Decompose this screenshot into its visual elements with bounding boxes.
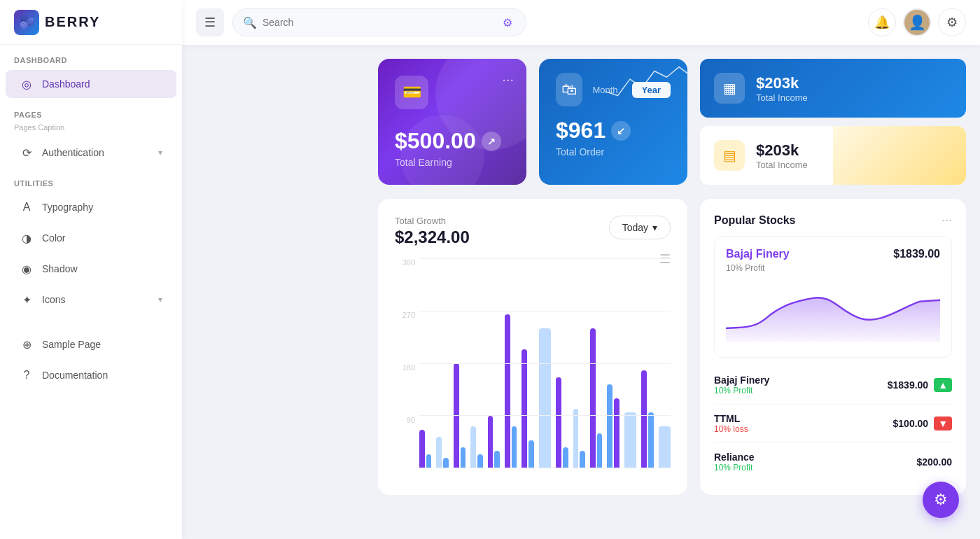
sidebar-item-documentation[interactable]: ? Documentation [6, 361, 176, 389]
sidebar-item-typography[interactable]: A Typography [6, 193, 176, 221]
y-label-90: 90 [407, 416, 415, 424]
section-pages-label: Pages [0, 99, 182, 123]
bar-group-1 [419, 430, 431, 468]
bar-blue-10 [580, 451, 585, 468]
fab-icon: ⚙ [934, 491, 948, 509]
y-label-180: 180 [402, 363, 415, 372]
feature-price: $1839.00 [893, 248, 940, 260]
filter-icon: ⚙ [503, 16, 512, 29]
order-trend-icon: ↙ [611, 121, 631, 141]
bar-group-2 [436, 437, 448, 468]
bar-purple-9 [556, 377, 561, 468]
bar-purple-6 [505, 314, 510, 468]
bar-blue-14 [648, 412, 654, 468]
reliance-name: Reliance [714, 451, 755, 463]
sidebar-item-dashboard[interactable]: ◎ Dashboard [6, 70, 176, 98]
logo-text: BERRY [45, 14, 100, 30]
stock-item-bajaj: Bajaj Finery 10% Profit $1839.00 ▲ [714, 366, 952, 405]
bar-blue-2 [443, 458, 449, 468]
stock-item-reliance: Reliance 10% Profit $200.00 [714, 443, 952, 481]
sidebar-item-shadow-label: Shadow [42, 263, 78, 274]
stat1-icon: ▦ [714, 73, 745, 104]
ttml-price: $100.00 [893, 418, 929, 429]
order-card: 🛍 Month Year $961 ↙ Total Order [539, 59, 687, 185]
today-button[interactable]: Today ▾ [609, 216, 671, 239]
search-icon: 🔍 [243, 16, 257, 29]
stocks-more-button[interactable]: ··· [941, 213, 952, 227]
sidebar-item-color-label: Color [42, 232, 65, 244]
sample-icon: ⊕ [20, 337, 34, 351]
chevron-down-icon-2: ▾ [158, 295, 162, 304]
top-cards-row: 💳 ··· $500.00 ↗ Total Earning 🛍 Month Ye… [378, 59, 966, 185]
stat-card-1: ▦ $203k Total Income [700, 59, 966, 118]
logo-icon: 🫐 [14, 10, 39, 35]
bajaj-right: $1839.00 ▲ [888, 378, 952, 392]
bar-blue-4 [477, 454, 483, 468]
stock-item-ttml: TTML 10% loss $100.00 ▼ [714, 405, 952, 443]
y-label-360: 360 [402, 258, 415, 267]
bar-group-5 [488, 416, 500, 468]
stock-feature-top: Bajaj Finery $1839.00 [726, 248, 940, 260]
fab-button[interactable]: ⚙ [923, 482, 959, 518]
earning-label: Total Earning [395, 157, 510, 168]
sidebar-item-authentication[interactable]: ⟳ Authentication ▾ [6, 139, 176, 167]
main-content: 💳 ··· $500.00 ↗ Total Earning 🛍 Month Ye… [364, 45, 980, 539]
bar-purple-11 [590, 328, 596, 468]
bar-light-13 [624, 412, 636, 468]
search-input[interactable] [262, 17, 493, 28]
stock-feature-card: Bajaj Finery $1839.00 10% Profit [714, 236, 952, 358]
feature-name: Bajaj Finery [726, 248, 790, 260]
sidebar-item-icons[interactable]: ✦ Icons ▾ [6, 286, 176, 314]
reliance-price: $200.00 [916, 456, 952, 468]
avatar: 👤 [909, 14, 926, 31]
search-bar: 🔍 ⚙ [232, 8, 526, 36]
order-chart [606, 59, 687, 108]
bar-light-10 [573, 409, 579, 468]
stat2-label: Total Income [756, 160, 808, 170]
stat1-info: $203k Total Income [756, 74, 808, 103]
sidebar-item-color[interactable]: ◑ Color [6, 224, 176, 252]
typography-icon: A [20, 200, 34, 214]
earning-amount: $500.00 ↗ [395, 128, 510, 154]
bar-purple-12 [614, 398, 620, 468]
sidebar-item-typography-label: Typography [42, 202, 93, 213]
auth-icon: ⟳ [20, 146, 34, 160]
sidebar-item-shadow[interactable]: ◉ Shadow [6, 255, 176, 283]
avatar-button[interactable]: 👤 [903, 8, 931, 36]
bar-blue-11 [597, 433, 603, 468]
shadow-icon: ◉ [20, 262, 34, 276]
bar-blue-5 [494, 451, 500, 468]
bar-blue-3 [461, 447, 466, 468]
chart-header: Total Growth $2,324.00 Today ▾ [395, 216, 671, 247]
sidebar-item-docs-label: Documentation [42, 370, 108, 381]
pages-caption: Pages Caption [0, 123, 182, 137]
bar-blue-7 [528, 440, 534, 468]
gear-icon: ⚙ [946, 15, 958, 30]
notification-button[interactable]: 🔔 [868, 8, 896, 36]
stat2-info: $203k Total Income [756, 141, 808, 170]
bar-blue-9 [563, 447, 568, 468]
menu-button[interactable]: ☰ [196, 8, 224, 36]
color-icon: ◑ [20, 231, 34, 245]
stat2-icon: ▤ [714, 140, 745, 171]
bar-group-3 [454, 363, 465, 468]
filter-button[interactable]: ⚙ [499, 13, 516, 32]
bajaj-name: Bajaj Finery [714, 374, 769, 386]
y-label-270: 270 [402, 311, 415, 319]
bar-group-11 [590, 328, 602, 468]
sidebar-item-sample-page[interactable]: ⊕ Sample Page [6, 330, 176, 358]
chart-body: ☰ 360 270 180 90 [395, 258, 671, 478]
bar-blue [426, 454, 432, 468]
sidebar-item-sample-label: Sample Page [42, 339, 101, 350]
bottom-section: Total Growth $2,324.00 Today ▾ ☰ 360 270… [378, 199, 966, 495]
icons-icon: ✦ [20, 293, 34, 307]
earning-more-button[interactable]: ··· [502, 71, 514, 88]
bar-group-13 [624, 412, 636, 468]
bars-area [419, 258, 671, 468]
sidebar-item-icons-label: Icons [42, 294, 65, 305]
sidebar-item-auth-label: Authentication [42, 147, 104, 158]
sidebar: 🫐 BERRY Dashboard ◎ Dashboard Pages Page… [0, 0, 182, 539]
settings-button[interactable]: ⚙ [938, 8, 966, 36]
bell-icon: 🔔 [874, 15, 890, 30]
bar-group-4 [470, 426, 482, 468]
